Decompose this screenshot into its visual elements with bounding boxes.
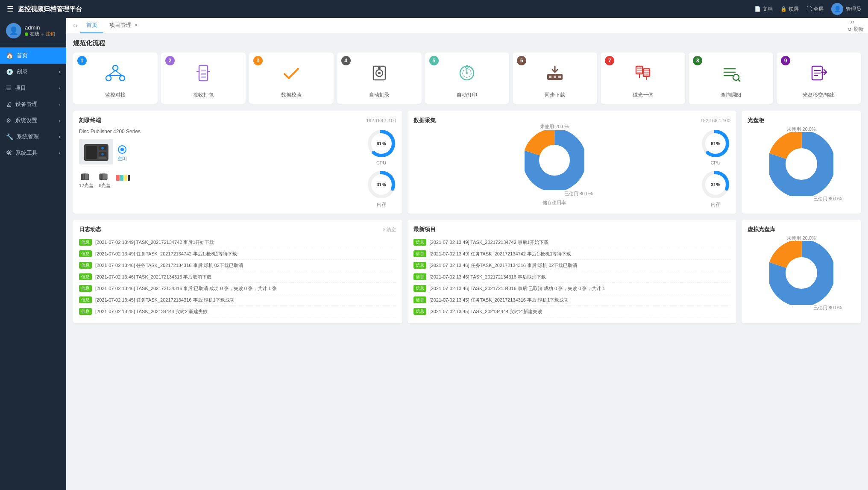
burn-icon: 💿 xyxy=(6,68,13,75)
sidebar-item-device[interactable]: 🖨 设备管理 › xyxy=(0,96,66,112)
tab-next-btn[interactable]: ›› xyxy=(847,18,857,25)
sidebar-item-project[interactable]: ☰ 项目 › xyxy=(0,80,66,96)
project-badge: 信息 xyxy=(413,285,426,292)
svg-rect-27 xyxy=(637,70,642,71)
disc-unused-label: 未使用 20.0% xyxy=(787,126,815,132)
data-memory-donut: 31% xyxy=(701,170,730,200)
step-number-9: 9 xyxy=(781,56,790,65)
step-icon-5 xyxy=(457,63,477,87)
step-5[interactable]: 5 自动打印 xyxy=(425,53,510,104)
tab-close-icon[interactable]: ✕ xyxy=(134,23,138,27)
docs-action[interactable]: 📄 文档 xyxy=(754,6,773,13)
log-text: [2021-07-02 13:45] 任务TASK_202172134316 事… xyxy=(95,297,235,303)
disc-cabinet-pie: 未使用 20.0% 已使用 80.0% xyxy=(769,132,833,196)
svg-point-15 xyxy=(378,67,381,69)
status-dot xyxy=(25,32,28,36)
step-number-8: 8 xyxy=(693,56,702,65)
log-text: [2021-07-02 13:49] TASK_202172134742 事后1… xyxy=(95,239,214,246)
log-badge: 信息 xyxy=(79,262,92,269)
project-text: [2021-07-02 13:45] TASK_202134444 实时2:新建… xyxy=(430,308,542,315)
project-badge: 信息 xyxy=(413,273,426,280)
recorder-ip: 192.168.1.100 xyxy=(366,118,396,123)
step-8[interactable]: 8 查询调阅 xyxy=(689,53,773,104)
logout-btn[interactable]: 注销 xyxy=(46,31,55,37)
sidebar-item-home[interactable]: 🏠 首页 xyxy=(0,47,66,64)
disc-cabinet-header: 光盘柜 xyxy=(748,117,855,124)
refresh-icon: ↺ xyxy=(847,26,852,32)
step-label-4: 自动刻录 xyxy=(369,91,390,99)
tab-project[interactable]: 项目管理 ✕ xyxy=(103,18,144,33)
step-7[interactable]: 7 xyxy=(601,53,685,104)
sidebar-user: 👤 admin 在线 ● 注销 xyxy=(0,18,66,44)
storage-label: 储存使用率 xyxy=(542,200,566,206)
svg-rect-23 xyxy=(554,76,556,78)
sidebar-item-system-tools[interactable]: 🛠 系统工具 › xyxy=(0,145,66,161)
admin-icon: 🔧 xyxy=(6,133,13,140)
project-list: 信息[2021-07-02 13:49] TASK_202172134742 事… xyxy=(413,237,731,317)
tab-home[interactable]: 首页 xyxy=(80,18,103,33)
log-item: 信息[2021-07-02 13:45] TASK_202134444 实时2:… xyxy=(79,306,396,317)
sidebar-item-system-admin[interactable]: 🔧 系统管理 › xyxy=(0,129,66,145)
device-icon: 🖨 xyxy=(6,101,12,108)
virtual-disc-panel: 虚拟光盘库 未使用 20.0% 已使用 80.0% xyxy=(742,220,861,323)
gauge-area: 61% CPU 31% xyxy=(367,129,396,208)
recorder-status: 空闲 xyxy=(117,156,127,162)
log-text: [2021-07-02 13:46] TASK_202172134316 事后取… xyxy=(95,274,211,280)
sidebar: 👤 admin 在线 ● 注销 🏠 首页 💿 xyxy=(0,18,66,490)
refresh-btn[interactable]: ↺ 刷新 xyxy=(847,26,864,33)
step-4[interactable]: 4 自动刻录 xyxy=(337,53,422,104)
cpu-label: CPU xyxy=(376,160,386,165)
user-info: admin 在线 ● 注销 xyxy=(25,24,55,37)
tab-prev-btn[interactable]: ‹‹ xyxy=(70,22,80,29)
step-icon-1 xyxy=(105,63,126,87)
sidebar-item-burn[interactable]: 💿 刻录 › xyxy=(0,64,66,80)
svg-point-2 xyxy=(120,76,125,81)
clear-log-btn[interactable]: × 清空 xyxy=(383,226,396,233)
step-label-9: 光盘移交/输出 xyxy=(803,91,835,99)
chevron-icon: › xyxy=(59,135,60,139)
lock-icon: 🔒 xyxy=(780,6,787,12)
step-label-5: 自动打印 xyxy=(457,91,477,99)
project-text: [2021-07-02 13:49] 任务TASK_202172134742 事… xyxy=(430,251,572,257)
step-1[interactable]: 1 监控对接 xyxy=(73,53,158,104)
step-2[interactable]: 2 接收打包 xyxy=(161,53,246,104)
fullscreen-action[interactable]: ⛶ 全屏 xyxy=(806,6,824,13)
home-icon: 🏠 xyxy=(6,52,13,59)
project-badge: 信息 xyxy=(413,250,426,257)
step-3[interactable]: 3 数据校验 xyxy=(249,53,334,104)
project-item: 信息[2021-07-02 13:49] TASK_202172134742 事… xyxy=(413,237,731,248)
project-badge: 信息 xyxy=(413,308,426,315)
storage-pie: 未使用 20.0% 已使用 80.0% xyxy=(525,130,584,190)
step-9[interactable]: 9 光盘移交/输出 xyxy=(777,53,861,104)
settings-icon: ⚙ xyxy=(6,117,12,124)
step-label-2: 接收打包 xyxy=(193,91,214,99)
step-6[interactable]: 6 同步下载 xyxy=(513,53,597,104)
status-indicator xyxy=(118,145,126,154)
disc-used-label: 已使用 80.0% xyxy=(813,196,842,202)
tab-bar: ‹‹ 首页 项目管理 ✕ ›› ↺ 刷新 xyxy=(66,18,868,33)
memory-gauge: 31% 内存 xyxy=(367,170,396,208)
svg-rect-7 xyxy=(201,70,206,71)
admin-action[interactable]: 👤 管理员 xyxy=(831,3,861,15)
memory-label: 内存 xyxy=(377,201,386,208)
project-item: 信息[2021-07-02 13:46] TASK_202172134316 事… xyxy=(413,271,731,283)
lock-action[interactable]: 🔒 锁屏 xyxy=(780,6,799,13)
chevron-icon: › xyxy=(59,102,60,107)
tab-bar-right: ›› ↺ 刷新 xyxy=(847,18,864,33)
step-label-3: 数据校验 xyxy=(281,91,302,99)
memory-donut: 31% xyxy=(367,170,396,200)
svg-rect-26 xyxy=(637,67,642,69)
project-text: [2021-07-02 13:46] 任务TASK_202172134316 事… xyxy=(430,262,578,269)
step-icon-2 xyxy=(193,63,214,87)
disc-cabinet-svg xyxy=(769,132,833,196)
menu-icon[interactable]: ☰ xyxy=(7,4,14,14)
log-badge: 信息 xyxy=(79,308,92,315)
svg-rect-31 xyxy=(644,72,649,73)
chevron-icon: › xyxy=(59,118,60,123)
project-item: 信息[2021-07-02 13:46] 任务TASK_202172134316… xyxy=(413,260,731,271)
sidebar-item-system-settings[interactable]: ⚙ 系统设置 › xyxy=(0,112,66,129)
svg-line-3 xyxy=(108,70,115,76)
disc-cabinet-content: 未使用 20.0% 已使用 80.0% xyxy=(748,129,855,196)
svg-point-49 xyxy=(101,153,104,156)
cpu-donut: 61% xyxy=(367,129,396,158)
